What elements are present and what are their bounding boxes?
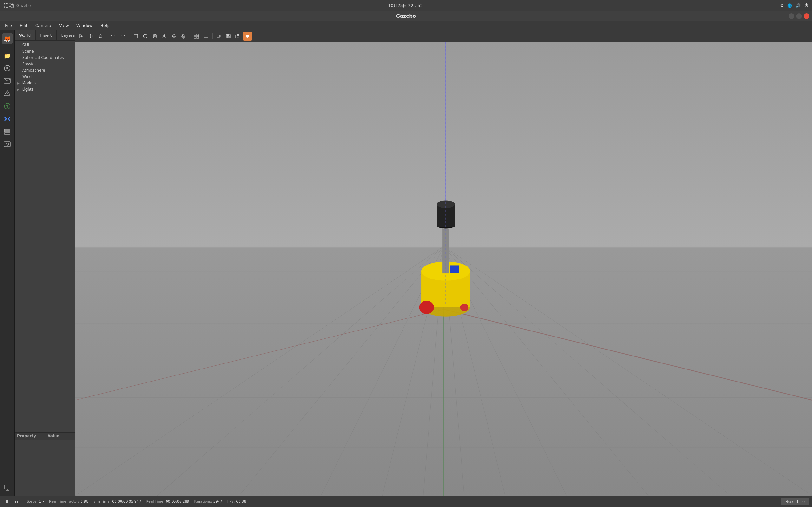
dock-vscode[interactable] (2, 113, 13, 124)
real-time-factor-item: Real Time Factor: 0.98 (49, 499, 88, 504)
menu-file[interactable]: File (1, 22, 16, 29)
svg-rect-53 (197, 37, 199, 38)
menu-help[interactable]: Help (96, 22, 113, 29)
tree-scene[interactable]: Scene (14, 48, 75, 55)
tree-physics-label: Physics (22, 62, 36, 66)
menu-window[interactable]: Window (72, 22, 96, 29)
tab-bar: World Insert Layers (14, 31, 75, 41)
menu-camera[interactable]: Camera (32, 22, 55, 29)
maximize-button[interactable] (796, 13, 802, 19)
svg-rect-57 (217, 35, 220, 38)
dock-layers[interactable] (2, 126, 13, 137)
dock-appstore[interactable] (2, 88, 13, 99)
viewport-grid (75, 42, 812, 496)
dock-files[interactable]: 📁 (2, 50, 13, 61)
translate-button[interactable] (86, 32, 95, 41)
insert-box-button[interactable] (131, 32, 140, 41)
network-icon[interactable]: 🌐 (787, 3, 792, 8)
dock-showdesktop[interactable] (2, 482, 13, 493)
real-time-item: Real Time: 00:00:06.289 (146, 499, 189, 504)
rotate-button[interactable] (96, 32, 105, 41)
svg-point-94 (419, 301, 434, 314)
system-bar-left: 活动 Gazebo (4, 3, 31, 9)
svg-marker-9 (8, 117, 10, 121)
svg-marker-25 (99, 36, 100, 38)
settings-icon[interactable]: ⚙ (780, 3, 783, 8)
tree-scene-label: Scene (22, 49, 34, 54)
tree-atmosphere[interactable]: Atmosphere (14, 67, 75, 73)
svg-line-42 (165, 37, 166, 38)
properties-panel: Property Value (14, 432, 75, 496)
dock-firefox[interactable]: 🦊 (2, 33, 13, 44)
insert-point-light-button[interactable] (160, 32, 169, 41)
svg-rect-96 (450, 265, 459, 273)
minimize-button[interactable] (789, 13, 794, 19)
insert-directional-light-button[interactable] (179, 32, 188, 41)
svg-rect-11 (4, 131, 10, 132)
snap-button[interactable] (192, 32, 201, 41)
fps-item: FPS: 60.88 (227, 499, 246, 504)
menu-bar: File Edit Camera View Window Help (0, 21, 812, 31)
tab-world[interactable]: World (14, 31, 36, 40)
camera-pos-button[interactable] (214, 32, 223, 41)
viewport[interactable] (75, 42, 812, 496)
record-button[interactable] (243, 32, 252, 41)
svg-point-46 (183, 34, 184, 36)
steps-item: Steps: 1 ▾ (27, 499, 44, 504)
dock-help[interactable]: ? (2, 101, 13, 112)
tree-gui[interactable]: GUI (14, 42, 75, 48)
play-controls: ⏸ ⏭ (3, 498, 21, 505)
tree-models[interactable]: ▶ Models (14, 80, 75, 86)
insert-sphere-button[interactable] (141, 32, 150, 41)
menu-edit[interactable]: Edit (16, 22, 32, 29)
svg-point-1 (6, 67, 8, 69)
system-bar-right: ⚙ 🌐 🔊 ⏻ (780, 3, 808, 8)
tree-models-label: Models (22, 81, 36, 85)
dock-separator-1 (3, 47, 12, 47)
screenshot-button[interactable] (234, 32, 242, 41)
iterations-item: Iterations: 5947 (194, 499, 222, 504)
tree-lights[interactable]: ▶ Lights (14, 86, 75, 93)
system-bar: 活动 Gazebo 10月25日 22：52 ⚙ 🌐 🔊 ⏻ (0, 0, 812, 11)
menu-view[interactable]: View (55, 22, 72, 29)
main-content: 🦊 📁 ? World Inser (0, 31, 812, 496)
properties-header: Property Value (14, 433, 75, 440)
activities-button[interactable]: 活动 (4, 3, 14, 9)
app-title: Gazebo (396, 13, 416, 19)
save-world-button[interactable] (224, 32, 233, 41)
close-button[interactable] (804, 13, 809, 19)
insert-spot-light-button[interactable] (169, 32, 178, 41)
tab-insert[interactable]: Insert (36, 31, 56, 40)
rtf-value: 0.98 (81, 499, 89, 504)
dock-email[interactable] (2, 75, 13, 87)
undo-button[interactable] (109, 32, 118, 41)
reset-time-button[interactable]: Reset Time (780, 498, 809, 505)
dock-media[interactable] (2, 138, 13, 150)
volume-icon[interactable]: 🔊 (796, 3, 801, 8)
pause-button[interactable]: ⏸ (3, 498, 11, 505)
svg-line-41 (163, 37, 163, 38)
steps-suffix[interactable]: ▾ (42, 499, 44, 504)
steps-value: 1 (39, 499, 41, 504)
svg-rect-12 (4, 133, 10, 134)
dock-disks[interactable] (2, 62, 13, 74)
app-indicator[interactable]: Gazebo (16, 3, 31, 8)
power-icon[interactable]: ⏻ (804, 3, 808, 8)
tree-wind[interactable]: Wind (14, 73, 75, 80)
align-button[interactable] (201, 32, 210, 41)
svg-marker-15 (7, 144, 8, 145)
insert-cylinder-button[interactable] (150, 32, 159, 41)
step-button[interactable]: ⏭ (13, 498, 21, 505)
sim-time-value: 00:00:00:05.947 (112, 499, 141, 504)
tree-physics[interactable]: Physics (14, 61, 75, 67)
select-tool-button[interactable] (77, 32, 86, 41)
svg-marker-26 (111, 35, 112, 36)
iterations-label: Iterations: (194, 499, 212, 504)
tree-spherical-coords[interactable]: Spherical Coordinates (14, 55, 75, 61)
real-time-value: 00:00:06.289 (166, 499, 189, 504)
system-bar-clock: 10月25日 22：52 (388, 3, 423, 9)
redo-button[interactable] (118, 32, 127, 41)
tree-spherical-coords-label: Spherical Coordinates (22, 55, 64, 60)
svg-marker-8 (4, 117, 7, 121)
tree-lights-arrow: ▶ (17, 88, 20, 91)
